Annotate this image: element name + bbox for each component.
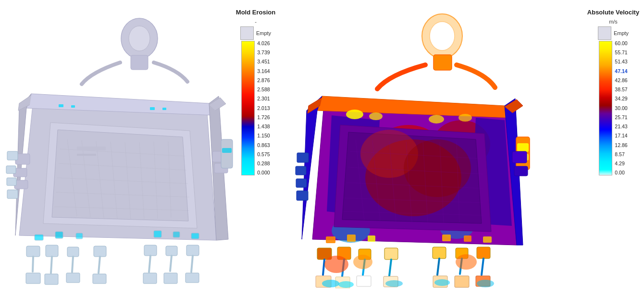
- svg-point-139: [324, 256, 348, 273]
- svg-point-142: [322, 280, 339, 287]
- svg-point-6: [129, 26, 150, 51]
- svg-rect-53: [93, 274, 106, 284]
- svg-point-100: [369, 112, 383, 120]
- svg-point-99: [346, 110, 363, 119]
- svg-line-45: [72, 257, 73, 272]
- right-colorbar-title: Absolute Velocity: [587, 9, 639, 17]
- svg-rect-50: [26, 273, 40, 284]
- right-colorbar-gradient: [599, 41, 612, 175]
- svg-line-43: [33, 257, 33, 272]
- svg-rect-134: [357, 276, 371, 286]
- svg-rect-64: [7, 190, 18, 198]
- svg-rect-110: [512, 151, 527, 163]
- svg-rect-33: [154, 231, 161, 237]
- svg-rect-59: [150, 107, 155, 110]
- svg-point-143: [338, 281, 354, 288]
- svg-rect-32: [76, 233, 83, 239]
- right-colorbar-empty-swatch: [598, 26, 611, 40]
- svg-rect-37: [46, 245, 58, 257]
- svg-rect-115: [442, 235, 451, 241]
- svg-rect-52: [66, 273, 80, 283]
- svg-rect-35: [191, 233, 199, 239]
- right-colorbar: Absolute Velocity m/s Empty 60.00 55.71 …: [584, 9, 642, 175]
- left-model: [5, 10, 235, 288]
- svg-rect-111: [514, 166, 528, 176]
- svg-line-44: [51, 257, 52, 273]
- left-colorbar-empty-label: Empty: [256, 30, 271, 36]
- svg-rect-34: [173, 232, 180, 237]
- svg-point-102: [458, 114, 472, 122]
- left-colorbar-gradient: [241, 41, 255, 175]
- svg-rect-122: [433, 247, 446, 259]
- main-container: Mold Erosion - Empty 4.026 3.739 3.451 3…: [0, 0, 644, 297]
- svg-point-80: [430, 22, 455, 50]
- svg-rect-24: [77, 154, 96, 156]
- svg-rect-117: [483, 236, 492, 243]
- svg-rect-39: [94, 246, 106, 257]
- svg-rect-51: [45, 274, 58, 285]
- svg-rect-58: [71, 105, 75, 108]
- svg-rect-63: [7, 178, 16, 186]
- left-colorbar: Mold Erosion - Empty 4.026 3.739 3.451 3…: [227, 9, 285, 175]
- svg-rect-106: [297, 153, 309, 162]
- svg-rect-41: [166, 246, 177, 256]
- svg-rect-31: [55, 232, 63, 238]
- svg-rect-56: [186, 273, 199, 283]
- svg-rect-121: [384, 248, 398, 260]
- svg-rect-40: [144, 245, 157, 256]
- svg-rect-55: [164, 273, 177, 284]
- svg-rect-23: [77, 147, 106, 150]
- svg-rect-104: [517, 143, 529, 152]
- right-colorbar-empty-label: Empty: [614, 30, 629, 36]
- svg-rect-112: [326, 236, 335, 243]
- svg-rect-107: [296, 166, 306, 175]
- svg-point-86: [404, 139, 471, 197]
- svg-rect-137: [455, 276, 469, 287]
- svg-rect-81: [433, 55, 452, 70]
- svg-point-145: [434, 279, 450, 286]
- svg-rect-54: [143, 273, 157, 284]
- right-colorbar-subtitle: m/s: [609, 19, 618, 25]
- svg-rect-57: [59, 104, 63, 107]
- svg-rect-36: [26, 246, 40, 257]
- left-colorbar-empty-swatch: [240, 26, 254, 40]
- right-model: [293, 10, 572, 288]
- svg-marker-9: [52, 130, 188, 221]
- svg-rect-113: [347, 235, 356, 242]
- svg-rect-38: [67, 247, 79, 257]
- svg-rect-114: [368, 235, 375, 242]
- svg-point-144: [385, 280, 403, 287]
- left-colorbar-labels: 4.026 3.739 3.451 3.164 2.876 2.588 2.30…: [255, 41, 270, 175]
- right-panel: Absolute Velocity m/s Empty 60.00 55.71 …: [288, 0, 644, 297]
- left-colorbar-title: Mold Erosion: [236, 9, 275, 17]
- svg-rect-61: [7, 151, 18, 160]
- svg-point-140: [353, 255, 372, 269]
- svg-point-146: [477, 280, 494, 287]
- svg-rect-116: [464, 235, 471, 242]
- svg-rect-108: [296, 179, 307, 187]
- svg-rect-60: [162, 108, 166, 110]
- svg-point-141: [456, 254, 477, 270]
- svg-rect-42: [186, 245, 199, 256]
- left-panel: Mold Erosion - Empty 4.026 3.739 3.451 3…: [0, 0, 288, 297]
- svg-rect-62: [6, 166, 16, 173]
- svg-rect-7: [131, 55, 148, 70]
- svg-rect-30: [35, 235, 43, 240]
- svg-rect-124: [477, 247, 490, 259]
- svg-rect-109: [297, 191, 308, 200]
- left-colorbar-subtitle: -: [255, 19, 257, 25]
- svg-point-101: [429, 115, 444, 124]
- right-colorbar-labels: 60.00 55.71 51.43 47.14 42.86 38.57 34.2…: [612, 41, 627, 175]
